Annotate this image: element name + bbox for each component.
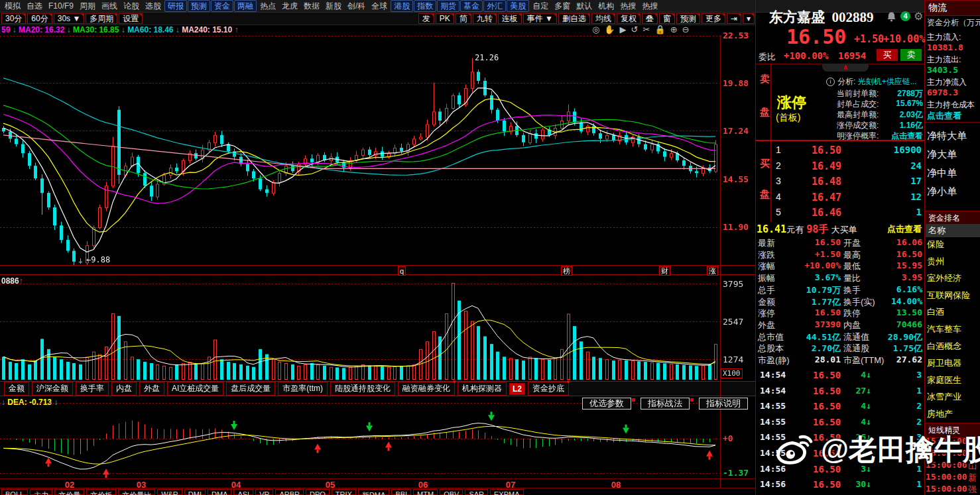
buy-button[interactable]: 买 xyxy=(877,49,898,61)
bottom-indicator-主力[interactable]: 主力 xyxy=(30,489,52,495)
bottom-indicator-文价量[interactable]: 文价量 xyxy=(54,489,84,495)
net-item-净大单[interactable]: 净大单 xyxy=(927,148,957,161)
sector-name[interactable]: 家庭医生 xyxy=(927,374,961,386)
panel-tab-换手率[interactable]: 换手率 xyxy=(76,382,109,396)
gear-icon[interactable]: ⚙ xyxy=(914,10,923,23)
panel-tab-AI立桩成交量[interactable]: AI立桩成交量 xyxy=(167,382,223,396)
trade-tick-row[interactable]: 14:5516.504↓2 xyxy=(759,401,923,416)
toolbar-button[interactable]: 简 xyxy=(456,13,471,24)
menu-item-两融[interactable]: 两融 xyxy=(234,0,257,12)
lock-icon[interactable]: 🔒 xyxy=(654,25,670,34)
seal-value[interactable]: 点击查看 xyxy=(891,131,923,142)
menu-item-画线[interactable]: 画线 xyxy=(99,1,120,11)
menu-item-新股[interactable]: 新股 xyxy=(323,1,344,11)
crosshair-icon[interactable]: ◎ xyxy=(592,25,604,34)
toolbar-button[interactable]: ▾ xyxy=(743,13,755,24)
indicator-button-指标说明[interactable]: 指标说明 xyxy=(699,398,748,410)
sector-name[interactable]: 室外经济 xyxy=(927,272,961,284)
bottom-indicator-BBI[interactable]: BBI xyxy=(391,489,411,495)
trade-tick-row[interactable]: 14:5416.504↓3 xyxy=(759,370,923,385)
menu-item-机构[interactable]: 机构 xyxy=(595,1,617,11)
toolbar-button[interactable]: 九转 xyxy=(473,13,497,24)
green-badge-icon[interactable]: 4 xyxy=(900,11,910,21)
menu-item-港股[interactable]: 港股 xyxy=(391,0,413,12)
sector-name[interactable]: 汽车整车 xyxy=(927,323,961,335)
toolbar-button[interactable]: 30分 xyxy=(1,13,26,24)
menu-item-创/科[interactable]: 创/科 xyxy=(345,1,368,11)
menu-item-预测[interactable]: 预测 xyxy=(188,0,210,12)
volume-chart[interactable] xyxy=(0,275,720,381)
event-badge-财[interactable]: 财 xyxy=(659,266,670,276)
panel-tab-外盘[interactable]: 外盘 xyxy=(139,382,164,396)
bottom-indicator-ARBR[interactable]: ARBR xyxy=(275,489,304,495)
menu-item-指数[interactable]: 指数 xyxy=(414,0,436,12)
analysis-value[interactable]: 光刻机+供应链... xyxy=(858,77,917,86)
net-item-净中单[interactable]: 净中单 xyxy=(927,167,957,180)
toolbar-button[interactable]: 删自选 xyxy=(558,13,590,24)
net-item-净特大单[interactable]: 净特大单 xyxy=(927,130,967,142)
zoom-out-icon[interactable]: ⊖ xyxy=(682,25,694,34)
event-badge-榜[interactable]: 榜 xyxy=(561,266,572,276)
main-candlestick-chart[interactable] xyxy=(0,35,720,265)
bid-row[interactable]: 516.461 xyxy=(773,207,923,221)
big-order-alert[interactable]: 16.41元有 98手 大买单 点击查看 xyxy=(757,223,924,236)
undo-icon[interactable]: ↺ xyxy=(631,25,643,34)
toolbar-button[interactable]: 更多 xyxy=(702,13,725,24)
bottom-indicator-ASI[interactable]: ASI xyxy=(233,489,253,495)
sector-name[interactable]: 互联网保险 xyxy=(927,290,970,302)
hand-icon[interactable]: ✋ xyxy=(604,25,619,34)
panel-tab-陆股通持股变化[interactable]: 陆股通持股变化 xyxy=(330,382,395,396)
sector-name[interactable]: 房地产 xyxy=(927,408,953,420)
menu-item-自选[interactable]: 自选 xyxy=(24,1,45,11)
bottom-indicator-TRIX[interactable]: TRIX xyxy=(332,489,356,495)
toolbar-button[interactable]: 多周期 xyxy=(86,13,117,24)
menu-item-数据[interactable]: 数据 xyxy=(301,1,322,11)
toolbar-button[interactable]: 窗 xyxy=(659,13,675,24)
trade-tick-row[interactable]: 14:5416.5027↓1 xyxy=(759,386,923,401)
bottom-indicator-DMI[interactable]: DMI xyxy=(184,489,206,495)
fund-value[interactable]: 点击查看 xyxy=(927,110,961,122)
bid-row[interactable]: 316.4817 xyxy=(773,176,923,190)
sector-name[interactable]: 厨卫电器 xyxy=(927,357,961,369)
bottom-indicator-MTM[interactable]: MTM xyxy=(413,489,438,495)
info-icon[interactable]: i xyxy=(826,78,835,86)
sector-name[interactable]: 冰雪产业 xyxy=(927,391,961,403)
menu-item-资金[interactable]: 资金 xyxy=(211,0,233,12)
menu-item-龙虎[interactable]: 龙虎 xyxy=(279,1,300,11)
event-badge-q[interactable]: q xyxy=(398,266,406,276)
toolbar-button[interactable]: 均线 xyxy=(591,13,615,24)
collapse-chevron[interactable]: ∧ xyxy=(822,64,869,72)
toolbar-button[interactable]: 事件 ▼ xyxy=(523,13,557,24)
bid-row[interactable]: 416.4712 xyxy=(773,192,923,206)
trade-tick-row[interactable]: 14:5616.5030↓1 xyxy=(759,479,923,494)
bottom-indicator-EXPMA[interactable]: EXPMA xyxy=(490,489,524,495)
panel-tab-融资融券变化[interactable]: 融资融券变化 xyxy=(398,382,455,396)
panel-tab-资金抄底[interactable]: 资金抄底 xyxy=(528,382,569,396)
menu-item-多窗[interactable]: 多窗 xyxy=(552,1,573,11)
toolbar-button[interactable]: ⇥ xyxy=(727,13,741,24)
toolbar-button[interactable]: 连板 xyxy=(498,13,522,24)
sell-button[interactable]: 卖 xyxy=(900,49,922,61)
bottom-indicator-DPO[interactable]: DPO xyxy=(306,489,330,495)
indicator-button-指标战法[interactable]: 指标战法 xyxy=(641,398,690,410)
toolbar-button[interactable]: 复权 xyxy=(617,13,641,24)
name-column-header[interactable]: 名称 xyxy=(926,224,980,237)
menu-item-周期[interactable]: 周期 xyxy=(77,1,98,11)
bottom-indicator-W&R[interactable]: W&R xyxy=(157,489,182,495)
menu-item-美股[interactable]: 美股 xyxy=(507,0,529,12)
toolbar-button[interactable]: 发 xyxy=(418,13,434,24)
menu-item-默认[interactable]: 默认 xyxy=(574,1,595,11)
zoom-in-icon[interactable]: ⊕ xyxy=(670,25,682,34)
bid-row[interactable]: 216.4924 xyxy=(773,160,923,175)
menu-item-外汇[interactable]: 外汇 xyxy=(483,0,506,12)
bottom-indicator-VR[interactable]: VR xyxy=(255,489,273,495)
scissors-icon[interactable]: ✂ xyxy=(643,25,654,34)
toolbar-button[interactable]: 设置 xyxy=(119,13,143,24)
toolbar-button[interactable]: 60分 xyxy=(27,13,52,24)
play-icon[interactable]: ▶ xyxy=(620,25,631,34)
menu-item-热搜[interactable]: 热搜 xyxy=(617,1,639,11)
toolbar-button[interactable]: 叠 xyxy=(642,13,658,24)
alert-bell-icon[interactable] xyxy=(887,11,896,25)
panel-tab-内盘[interactable]: 内盘 xyxy=(111,382,137,396)
bottom-indicator-文价量比[interactable]: 文价量比 xyxy=(118,489,155,495)
